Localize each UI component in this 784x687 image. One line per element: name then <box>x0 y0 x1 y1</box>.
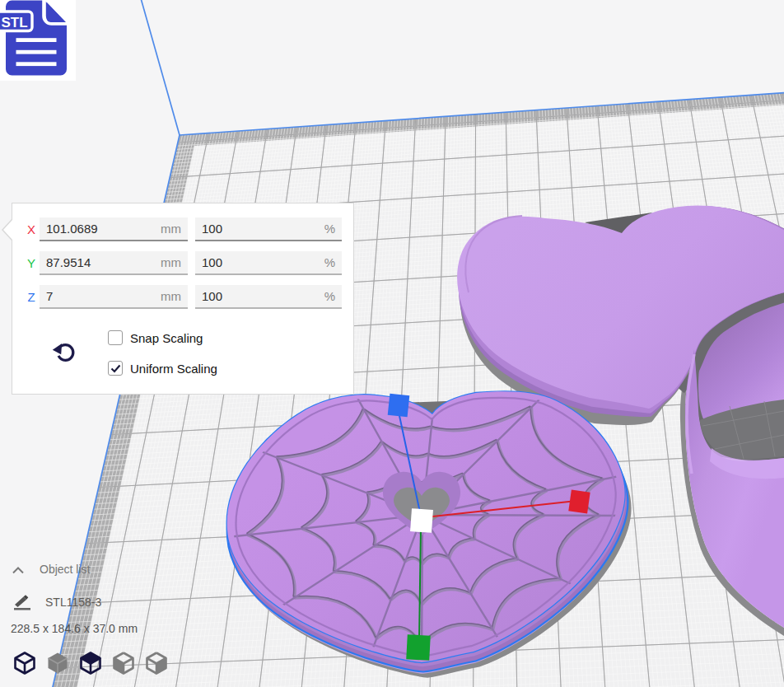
svg-text:STL: STL <box>2 15 28 30</box>
